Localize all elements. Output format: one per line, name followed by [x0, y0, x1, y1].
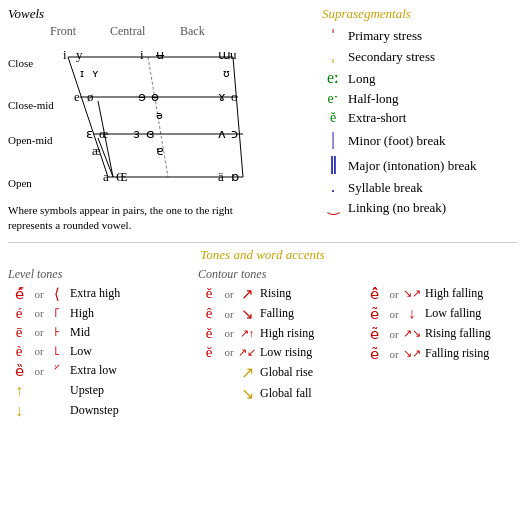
tone-or-1: or: [30, 288, 48, 300]
mid-arrow: ꜔: [48, 324, 66, 340]
linking-symbol: ‿: [322, 199, 344, 216]
supraseg-halflong: eˑ Half-long: [322, 90, 525, 107]
supraseg-major: ‖ Major (intonation) break: [322, 153, 525, 175]
falling-rising-label: Falling rising: [425, 346, 489, 361]
svg-text:ɞ: ɞ: [146, 126, 155, 141]
halflong-symbol: eˑ: [322, 90, 344, 107]
tone-or-falling-rising: or: [385, 348, 403, 360]
high-label: High: [70, 306, 94, 321]
high-arrow: ꜒: [48, 305, 66, 321]
supraseg-linking: ‿ Linking (no break): [322, 199, 525, 216]
suprasegmentals-section: Suprasegmentals ˈ Primary stress ˌ Secon…: [318, 6, 525, 234]
tone-or-4: or: [30, 345, 48, 357]
suprasegmentals-title: Suprasegmentals: [322, 6, 525, 22]
tone-global-rise: ↗ Global rise: [198, 363, 363, 382]
tones-section: Tones and word accents Level tones é̋ or…: [8, 242, 517, 422]
vowels-title: Vowels: [8, 6, 318, 22]
major-break-symbol: ‖: [322, 153, 344, 175]
tone-global-fall: ↘ Global fall: [198, 384, 363, 403]
svg-text:y: y: [76, 47, 83, 62]
falling-rising-letter: ẽ: [363, 345, 385, 363]
tone-low-rising: ě or ↗↙ Low rising: [198, 344, 363, 361]
svg-line-9: [233, 57, 243, 177]
supraseg-syllable: . Syllable break: [322, 178, 525, 196]
contour-right-col: ê̂ or ↘↗ High falling ẽ or ↓ Low falling…: [363, 285, 525, 405]
svg-text:ʊ: ʊ: [223, 67, 230, 79]
linking-label: Linking (no break): [348, 200, 446, 216]
major-break-label: Major (intonation) break: [348, 158, 477, 174]
tone-or-rising: or: [220, 288, 238, 300]
tone-or-5: or: [30, 365, 48, 377]
primary-stress-symbol: ˈ: [322, 26, 344, 44]
svg-text:Open: Open: [8, 177, 32, 189]
tones-title: Tones and word accents: [8, 247, 517, 263]
rising-letter: ě: [198, 285, 220, 302]
svg-text:ʏ: ʏ: [92, 67, 99, 79]
col-central-label: Central: [110, 24, 180, 39]
low-rising-letter: ě: [198, 344, 220, 361]
level-tones-column: Level tones é̋ or ⟨ Extra high é or ꜒ Hi…: [8, 267, 198, 422]
tone-low-falling: ẽ or ↓ Low falling: [363, 305, 525, 323]
rising-falling-label: Rising falling: [425, 326, 491, 341]
long-label: Long: [348, 71, 375, 87]
extra-low-label: Extra low: [70, 363, 117, 378]
low-arrow: ꜖: [48, 343, 66, 359]
tone-or-rising-falling: or: [385, 328, 403, 340]
minor-break-label: Minor (foot) break: [348, 133, 445, 149]
high-rising-label: High rising: [260, 326, 314, 341]
svg-text:Close-mid: Close-mid: [8, 99, 54, 111]
vowel-chart-svg: Close Close-mid Open-mid Open: [8, 39, 308, 199]
tone-high-falling: ê̂ or ↘↗ High falling: [363, 285, 525, 303]
low-falling-label: Low falling: [425, 306, 481, 321]
extra-high-arrow: ⟨: [48, 285, 66, 303]
syllable-break-label: Syllable break: [348, 180, 423, 196]
contour-left-col: ě or ↗ Rising ê or ↘ Falling ě or ↗↑: [198, 285, 363, 405]
tone-or-high-falling: or: [385, 288, 403, 300]
minor-break-symbol: |: [322, 129, 344, 150]
global-rise-arrow: ↗: [238, 363, 256, 382]
svg-text:ø: ø: [87, 89, 94, 104]
tone-extra-high: é̋ or ⟨ Extra high: [8, 285, 198, 303]
svg-text:Close: Close: [8, 57, 33, 69]
high-falling-label: High falling: [425, 286, 483, 301]
tone-low: è or ꜖ Low: [8, 343, 198, 360]
svg-text:a: a: [103, 169, 109, 184]
tone-or-high-rising: or: [220, 327, 238, 339]
svg-text:ʉ: ʉ: [156, 47, 165, 62]
syllable-break-symbol: .: [322, 178, 344, 196]
secondary-stress-symbol: ˌ: [322, 47, 344, 65]
falling-label: Falling: [260, 306, 294, 321]
rising-label: Rising: [260, 286, 291, 301]
tone-falling-rising: ẽ or ↘↗ Falling rising: [363, 345, 525, 363]
svg-text:ɒ: ɒ: [231, 169, 239, 184]
low-falling-letter: ẽ: [363, 305, 385, 323]
mid-letter: ē: [8, 324, 30, 341]
supraseg-primary: ˈ Primary stress: [322, 26, 525, 44]
low-falling-arrow: ↓: [403, 305, 421, 322]
contour-tones-column: Contour tones ě or ↗ Rising ê or ↘ Falli…: [198, 267, 525, 422]
falling-letter: ê: [198, 305, 220, 322]
svg-text:ɛ: ɛ: [86, 126, 93, 141]
supraseg-long: eː Long: [322, 68, 525, 87]
tone-upstep: ↑ Upstep: [8, 382, 198, 400]
tone-or-2: or: [30, 307, 48, 319]
halflong-label: Half-long: [348, 91, 399, 107]
low-letter: è: [8, 343, 30, 360]
svg-text:æ: æ: [92, 143, 101, 158]
svg-text:ɜ: ɜ: [133, 126, 140, 141]
svg-text:i: i: [140, 47, 144, 62]
extra-high-label: Extra high: [70, 286, 120, 301]
global-fall-arrow: ↘: [238, 384, 256, 403]
svg-text:ɤ: ɤ: [218, 89, 226, 104]
tone-rising-falling: ẽ or ↗↘ Rising falling: [363, 325, 525, 343]
high-falling-arrow: ↘↗: [403, 287, 421, 300]
long-symbol: eː: [322, 68, 344, 87]
tone-or-low-rising: or: [220, 346, 238, 358]
svg-text:e: e: [74, 89, 80, 104]
tone-or-3: or: [30, 326, 48, 338]
level-tones-subtitle: Level tones: [8, 267, 198, 282]
primary-stress-label: Primary stress: [348, 28, 422, 44]
extra-low-arrow: ꜘ: [48, 363, 66, 379]
tone-mid: ē or ꜔ Mid: [8, 324, 198, 341]
supraseg-secondary: ˌ Secondary stress: [322, 47, 525, 65]
